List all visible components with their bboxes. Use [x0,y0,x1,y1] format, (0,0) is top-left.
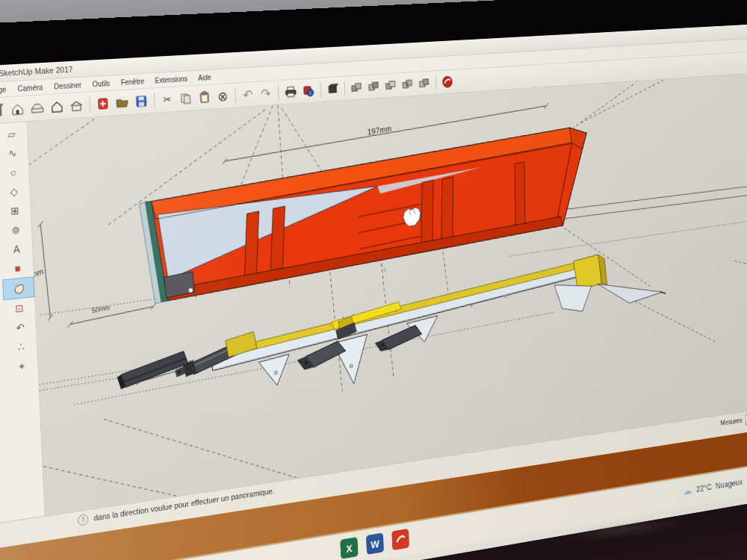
cloud-icon: ☁ [683,483,692,498]
circle-icon[interactable]: ○ [0,161,29,183]
shed-icon[interactable] [68,96,85,115]
weather-temp: 22°C [696,482,712,494]
window-title: SketchUp Make 2017 [0,65,73,78]
solid-subtract-icon[interactable] [366,78,382,95]
excel-taskbar-icon[interactable]: X [340,537,358,559]
polygon-icon[interactable]: ◇ [0,181,30,202]
menu-aide[interactable]: Aide [196,72,213,83]
menu-dessiner[interactable]: Dessiner [52,80,83,91]
push-pull-icon[interactable]: ⊞ [0,200,31,222]
print-icon[interactable] [283,83,299,101]
solid-union-icon[interactable] [349,79,365,96]
component-dark-icon[interactable] [325,81,341,98]
menu-outils[interactable]: Outils [91,78,112,89]
measurements-label: Mesures [720,416,743,427]
model-info-icon[interactable]: i [300,82,316,100]
help-icon[interactable]: ? [78,513,89,526]
copy-icon[interactable] [178,90,194,108]
cut-scissors-icon[interactable]: ✂ [159,90,176,108]
erase-icon[interactable]: ⊗ [214,87,231,105]
word-taskbar-icon[interactable]: W [366,532,384,555]
menu-camera[interactable]: Caméra [16,82,44,93]
component-box-icon[interactable] [0,101,7,119]
menu-affichage[interactable]: Affichage [0,84,8,96]
solid-split-icon[interactable] [417,75,432,92]
undo-icon[interactable]: ↶ [240,86,256,104]
freehand-icon[interactable]: ∿ [0,143,28,164]
redo-icon[interactable]: ↷ [258,84,274,102]
svg-text:197mm: 197mm [367,123,392,137]
solid-trim-icon[interactable] [383,77,398,94]
position-camera-icon[interactable]: ⌖ [6,355,38,378]
svg-text:50mm: 50mm [91,304,110,315]
house-front-icon[interactable] [8,100,26,119]
house-outline-icon[interactable] [48,97,66,116]
open-folder-icon[interactable] [114,93,131,112]
monitor-bezel: SketchUp Make 2017 Affichage Caméra Dess… [0,0,747,560]
pan-icon[interactable] [2,276,34,300]
sketchup-taskbar-icon[interactable] [391,529,409,550]
menu-fenetre[interactable]: Fenêtre [120,76,146,87]
weather-condition: Nuageux [716,477,743,491]
paste-clipboard-icon[interactable] [196,88,213,106]
offset-icon[interactable]: ⊚ [0,219,32,240]
new-file-icon[interactable] [95,95,112,113]
solid-intersect-icon[interactable] [400,76,415,93]
plugin-logo-icon[interactable] [440,73,455,90]
menu-extensions[interactable]: Extensions [153,74,189,85]
weather-widget[interactable]: ☁ 22°C Nuageux [683,475,743,498]
photo-of-monitor: SketchUp Make 2017 Affichage Caméra Dess… [0,0,747,560]
screen: SketchUp Make 2017 Affichage Caméra Dess… [0,22,747,560]
eraser-icon[interactable]: ▱ [0,123,28,145]
dimension-50mm: 50mm [66,299,156,327]
save-icon[interactable] [133,92,150,110]
roof-view-icon[interactable] [28,99,46,117]
